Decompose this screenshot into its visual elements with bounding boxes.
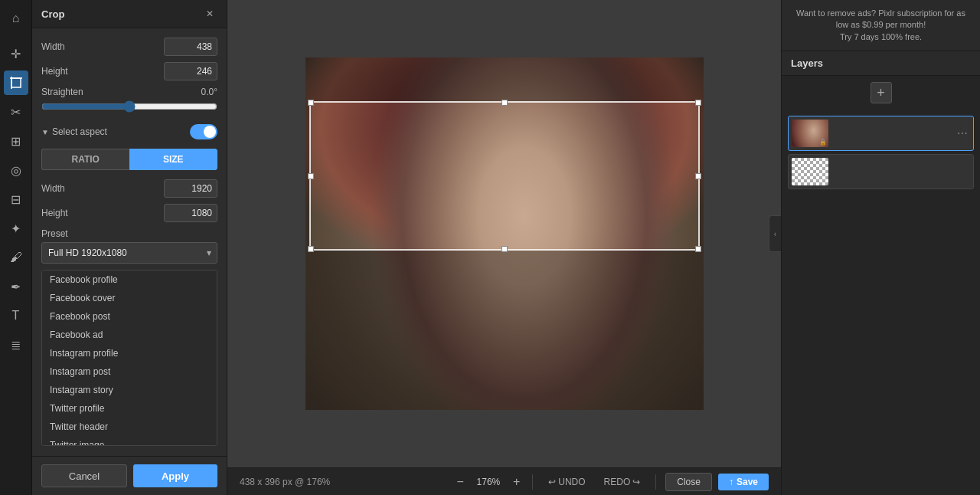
preset-item-facebook-ad[interactable]: Facebook ad: [42, 326, 217, 344]
crop-panel-title: Crop: [41, 8, 64, 20]
redo-icon: ↪: [632, 477, 640, 487]
status-info: 438 x 396 px @ 176%: [240, 477, 330, 487]
status-bar: 438 x 396 px @ 176% − 176% + ↩ UNDO REDO…: [227, 467, 781, 495]
zoom-value: 176%: [473, 477, 504, 487]
cancel-button[interactable]: Cancel: [41, 464, 127, 487]
canvas-image: [305, 57, 704, 410]
width-row-2: Width: [41, 179, 217, 198]
height-label-2: Height: [41, 208, 68, 218]
height-label-1: Height: [41, 66, 68, 77]
smart-resize-row[interactable]: ⊞ Smart resize: [41, 451, 217, 456]
layer-thumb-checker: [792, 158, 828, 185]
crop-handle-top-left[interactable]: [308, 100, 314, 106]
left-toolbar: ⌂ ✛ ✂ ⊞ ◎ ⊟ ✦ 🖌 ✒ T ≣: [0, 0, 32, 495]
ad-banner: Want to remove ads? Pixlr subscription f…: [782, 0, 980, 51]
zoom-out-button[interactable]: −: [454, 474, 467, 490]
circle-icon[interactable]: ◎: [4, 158, 28, 182]
save-icon: ↑: [729, 477, 733, 487]
straighten-slider-container: [41, 100, 217, 115]
preset-item-twitter-profile[interactable]: Twitter profile: [42, 399, 217, 418]
pen-icon[interactable]: ✒: [4, 274, 28, 299]
crop-panel-header: Crop ✕: [32, 0, 227, 28]
ratio-tab[interactable]: RATIO: [41, 149, 129, 170]
grid-icon[interactable]: ⊟: [4, 187, 28, 211]
lock-icon: 🔒: [819, 139, 827, 146]
separator-2: [655, 474, 656, 490]
crop-handle-mid-right[interactable]: [695, 173, 701, 179]
layer-thumbnail-transparent: [792, 158, 828, 185]
ratio-size-tabs: RATIO SIZE: [41, 149, 217, 170]
crop-icon[interactable]: [4, 70, 28, 95]
close-icon[interactable]: ✕: [202, 6, 217, 21]
straighten-value: 0.0°: [201, 87, 217, 97]
height-row-1: Height: [41, 62, 217, 80]
cut-icon[interactable]: ✂: [4, 100, 28, 124]
crop-panel-footer: Cancel Apply: [32, 456, 227, 495]
preset-item-instagram-post[interactable]: Instagram post: [42, 362, 217, 381]
apply-button[interactable]: Apply: [133, 464, 217, 487]
preset-label: Preset: [41, 228, 217, 239]
wand-icon[interactable]: ✦: [4, 216, 28, 241]
layer-item-photo[interactable]: 🔒 ⋯: [788, 116, 974, 151]
layers-title: Layers: [791, 57, 823, 69]
crop-handle-top-mid[interactable]: [501, 100, 508, 106]
svg-rect-0: [11, 78, 21, 87]
text-icon[interactable]: T: [4, 303, 28, 328]
preset-item-instagram-story[interactable]: Instagram story: [42, 381, 217, 399]
crop-panel: Crop ✕ Width Height Straighten 0.0° ▼ Se…: [32, 0, 227, 495]
preset-item-instagram-profile[interactable]: Instagram profile: [42, 344, 217, 362]
crop-handle-top-right[interactable]: [695, 100, 701, 106]
layer-more-button[interactable]: ⋯: [955, 126, 970, 141]
adjustments-icon[interactable]: ⊞: [4, 129, 28, 153]
chevron-down-icon: ▼: [41, 128, 49, 136]
crop-handle-bottom-right[interactable]: [695, 246, 701, 252]
crop-selection[interactable]: [309, 101, 700, 251]
preset-dropdown-list[interactable]: Facebook profile Facebook cover Facebook…: [41, 270, 217, 446]
select-aspect-label: ▼ Select aspect: [41, 126, 107, 137]
height-row-2: Height: [41, 204, 217, 222]
preset-item-facebook-cover[interactable]: Facebook cover: [42, 289, 217, 307]
redo-button[interactable]: REDO ↪: [598, 474, 647, 490]
ad-text: Want to remove ads? Pixlr subscription f…: [796, 8, 965, 41]
undo-button[interactable]: ↩ UNDO: [542, 474, 591, 490]
select-aspect-row: ▼ Select aspect: [41, 124, 217, 139]
height-input-2[interactable]: [164, 204, 217, 222]
canvas-image-wrapper: [305, 57, 704, 410]
preset-item-twitter-header[interactable]: Twitter header: [42, 418, 217, 436]
select-icon[interactable]: ✛: [4, 41, 28, 66]
add-layer-button[interactable]: +: [871, 82, 892, 103]
undo-icon: ↩: [548, 477, 556, 487]
collapse-toggle[interactable]: ‹: [769, 215, 781, 252]
select-aspect-toggle[interactable]: [190, 124, 217, 139]
straighten-label: Straighten: [41, 87, 83, 97]
preset-item-facebook-profile[interactable]: Facebook profile: [42, 270, 217, 289]
width-label-2: Width: [41, 183, 65, 194]
straighten-slider[interactable]: [41, 100, 217, 113]
height-input-1[interactable]: [164, 62, 217, 80]
lines-icon[interactable]: ≣: [4, 333, 28, 357]
zoom-in-button[interactable]: +: [510, 474, 523, 490]
layer-item-transparent[interactable]: [788, 154, 974, 189]
layers-list: 🔒 ⋯: [782, 110, 980, 198]
crop-handle-bottom-left[interactable]: [308, 246, 314, 252]
crop-handle-bottom-mid[interactable]: [501, 246, 508, 252]
save-button[interactable]: ↑ Save: [718, 474, 769, 490]
home-icon[interactable]: ⌂: [4, 6, 28, 31]
preset-select-wrapper: Full HD 1920x1080 Facebook profile Faceb…: [41, 242, 217, 264]
width-input-2[interactable]: [164, 179, 217, 198]
layer-thumbnail-photo: 🔒: [792, 120, 828, 147]
width-input-1[interactable]: [164, 38, 217, 56]
separator-1: [532, 474, 533, 490]
right-panel: Want to remove ads? Pixlr subscription f…: [781, 0, 980, 495]
preset-item-twitter-image[interactable]: Twitter image: [42, 436, 217, 446]
width-label-1: Width: [41, 41, 65, 52]
brush-icon[interactable]: 🖌: [4, 245, 28, 270]
canvas-content: ‹: [227, 0, 781, 467]
crop-handle-mid-left[interactable]: [308, 173, 314, 179]
size-tab[interactable]: SIZE: [129, 149, 218, 170]
straighten-row: Straighten 0.0°: [41, 87, 217, 97]
add-layer-row: +: [782, 76, 980, 110]
preset-select[interactable]: Full HD 1920x1080 Facebook profile Faceb…: [41, 242, 217, 264]
preset-item-facebook-post[interactable]: Facebook post: [42, 307, 217, 326]
close-button[interactable]: Close: [665, 473, 712, 491]
